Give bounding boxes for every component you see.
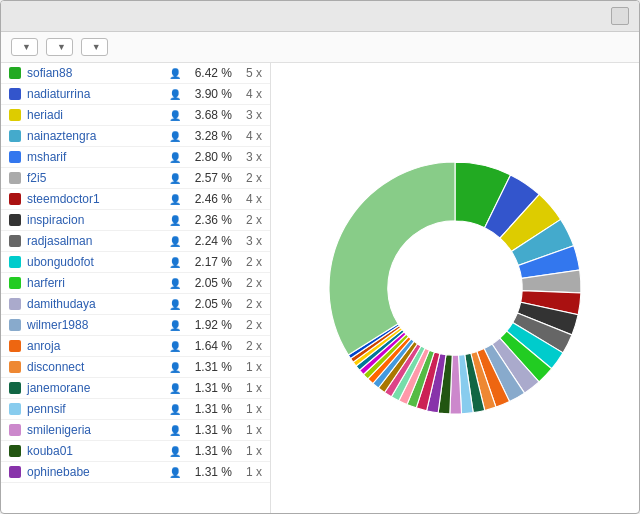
- time-range-dropdown[interactable]: ▼: [81, 38, 108, 56]
- toolbar: ▼ ▼ ▼: [1, 32, 639, 63]
- username[interactable]: disconnect: [27, 360, 163, 374]
- list-item[interactable]: f2i5👤2.57 %2 x: [1, 168, 270, 189]
- color-indicator: [9, 214, 21, 226]
- color-indicator: [9, 256, 21, 268]
- color-indicator: [9, 67, 21, 79]
- user-icon: 👤: [169, 89, 181, 100]
- user-icon: 👤: [169, 425, 181, 436]
- color-indicator: [9, 172, 21, 184]
- list-item[interactable]: ubongudofot👤2.17 %2 x: [1, 252, 270, 273]
- vote-percent: 3.28 %: [187, 129, 232, 143]
- user-list: sofian88👤6.42 %5 xnadiaturrina👤3.90 %4 x…: [1, 63, 271, 513]
- user-icon: 👤: [169, 173, 181, 184]
- user-icon: 👤: [169, 236, 181, 247]
- username[interactable]: f2i5: [27, 171, 163, 185]
- vote-count: 1 x: [232, 465, 262, 479]
- vote-percent: 1.64 %: [187, 339, 232, 353]
- username[interactable]: inspiracion: [27, 213, 163, 227]
- vote-percent: 1.31 %: [187, 381, 232, 395]
- username[interactable]: radjasalman: [27, 234, 163, 248]
- list-item[interactable]: harferri👤2.05 %2 x: [1, 273, 270, 294]
- list-item[interactable]: nainaztengra👤3.28 %4 x: [1, 126, 270, 147]
- vote-percent: 1.31 %: [187, 360, 232, 374]
- user-icon: 👤: [169, 257, 181, 268]
- vote-count: 4 x: [232, 192, 262, 206]
- vote-percent: 3.90 %: [187, 87, 232, 101]
- username[interactable]: ubongudofot: [27, 255, 163, 269]
- vote-count: 2 x: [232, 255, 262, 269]
- username[interactable]: harferri: [27, 276, 163, 290]
- username[interactable]: sofian88: [27, 66, 163, 80]
- color-indicator: [9, 109, 21, 121]
- user-icon: 👤: [169, 215, 181, 226]
- username[interactable]: wilmer1988: [27, 318, 163, 332]
- vote-percent: 2.05 %: [187, 276, 232, 290]
- user-icon: 👤: [169, 299, 181, 310]
- color-indicator: [9, 361, 21, 373]
- username[interactable]: heriadi: [27, 108, 163, 122]
- list-item[interactable]: disconnect👤1.31 %1 x: [1, 357, 270, 378]
- list-item[interactable]: smilenigeria👤1.31 %1 x: [1, 420, 270, 441]
- username[interactable]: smilenigeria: [27, 423, 163, 437]
- weight-type-dropdown[interactable]: ▼: [46, 38, 73, 56]
- user-icon: 👤: [169, 194, 181, 205]
- list-item[interactable]: heriadi👤3.68 %3 x: [1, 105, 270, 126]
- color-indicator: [9, 424, 21, 436]
- username[interactable]: nainaztengra: [27, 129, 163, 143]
- vote-count: 3 x: [232, 150, 262, 164]
- vote-type-dropdown[interactable]: ▼: [11, 38, 38, 56]
- vote-count: 3 x: [232, 234, 262, 248]
- list-item[interactable]: janemorane👤1.31 %1 x: [1, 378, 270, 399]
- vote-count: 2 x: [232, 171, 262, 185]
- color-indicator: [9, 193, 21, 205]
- title-bar: [1, 1, 639, 32]
- list-item[interactable]: inspiracion👤2.36 %2 x: [1, 210, 270, 231]
- main-window: ▼ ▼ ▼ sofian88👤6.42 %5 xnadiaturrina👤3.9…: [0, 0, 640, 514]
- vote-count: 1 x: [232, 444, 262, 458]
- username[interactable]: nadiaturrina: [27, 87, 163, 101]
- list-item[interactable]: anroja👤1.64 %2 x: [1, 336, 270, 357]
- vote-count: 2 x: [232, 213, 262, 227]
- username[interactable]: pennsif: [27, 402, 163, 416]
- list-item[interactable]: nadiaturrina👤3.90 %4 x: [1, 84, 270, 105]
- username[interactable]: kouba01: [27, 444, 163, 458]
- user-icon: 👤: [169, 467, 181, 478]
- vote-count: 1 x: [232, 423, 262, 437]
- user-icon: 👤: [169, 278, 181, 289]
- vote-count: 3 x: [232, 108, 262, 122]
- color-indicator: [9, 88, 21, 100]
- vote-count: 2 x: [232, 339, 262, 353]
- list-item[interactable]: pennsif👤1.31 %1 x: [1, 399, 270, 420]
- list-item[interactable]: radjasalman👤2.24 %3 x: [1, 231, 270, 252]
- content-area: sofian88👤6.42 %5 xnadiaturrina👤3.90 %4 x…: [1, 63, 639, 513]
- user-icon: 👤: [169, 404, 181, 415]
- list-item[interactable]: ophinebabe👤1.31 %1 x: [1, 462, 270, 483]
- color-indicator: [9, 466, 21, 478]
- list-item[interactable]: steemdoctor1👤2.46 %4 x: [1, 189, 270, 210]
- vote-percent: 1.31 %: [187, 402, 232, 416]
- list-item[interactable]: wilmer1988👤1.92 %2 x: [1, 315, 270, 336]
- vote-percent: 2.57 %: [187, 171, 232, 185]
- donut-segment[interactable]: [329, 162, 455, 355]
- vote-percent: 2.80 %: [187, 150, 232, 164]
- vote-count: 2 x: [232, 318, 262, 332]
- color-indicator: [9, 130, 21, 142]
- list-item[interactable]: kouba01👤1.31 %1 x: [1, 441, 270, 462]
- chevron-down-icon: ▼: [22, 42, 31, 52]
- vote-count: 4 x: [232, 129, 262, 143]
- vote-percent: 1.31 %: [187, 465, 232, 479]
- color-indicator: [9, 298, 21, 310]
- username[interactable]: janemorane: [27, 381, 163, 395]
- username[interactable]: anroja: [27, 339, 163, 353]
- list-item[interactable]: msharif👤2.80 %3 x: [1, 147, 270, 168]
- color-indicator: [9, 277, 21, 289]
- list-item[interactable]: damithudaya👤2.05 %2 x: [1, 294, 270, 315]
- list-item[interactable]: sofian88👤6.42 %5 x: [1, 63, 270, 84]
- username[interactable]: damithudaya: [27, 297, 163, 311]
- color-indicator: [9, 403, 21, 415]
- username[interactable]: steemdoctor1: [27, 192, 163, 206]
- username[interactable]: msharif: [27, 150, 163, 164]
- vote-count: 1 x: [232, 402, 262, 416]
- close-button[interactable]: [611, 7, 629, 25]
- username[interactable]: ophinebabe: [27, 465, 163, 479]
